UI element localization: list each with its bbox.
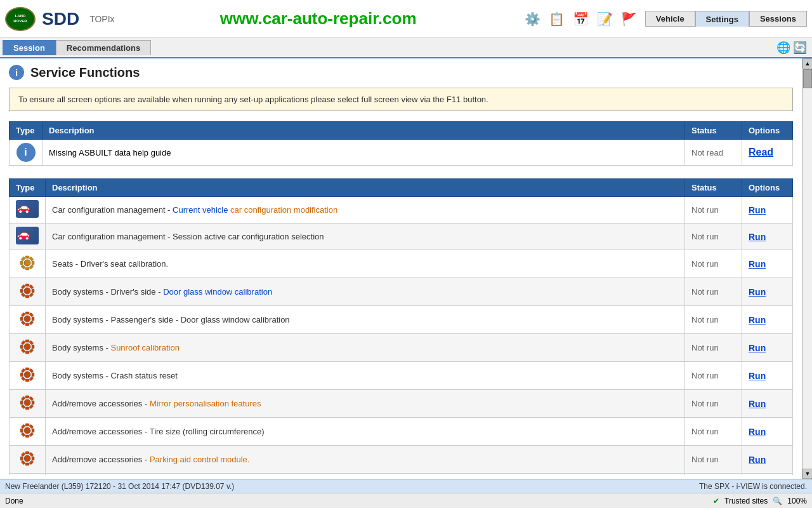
row-type-icon	[10, 306, 46, 334]
row-option[interactable]: Run	[742, 418, 793, 446]
tab-session[interactable]: Session	[3, 40, 56, 55]
run-link[interactable]: Run	[749, 399, 766, 409]
row-description: Add/remove accessories - Tire size (roll…	[46, 418, 685, 446]
notes-icon[interactable]: 📝	[594, 8, 616, 30]
svg-rect-35	[29, 340, 34, 345]
svg-point-63	[24, 455, 30, 462]
table-row: Body systems - Sunroof calibrationNot ru…	[10, 334, 793, 362]
row-description: Seats - Driver's seat calibration.	[46, 250, 685, 278]
sdd-logo: SDD	[42, 9, 79, 29]
scroll-arrow-up[interactable]: ▲	[802, 58, 812, 69]
topix-label: TOPIx	[89, 14, 114, 24]
row-description: Car configuration management - Current v…	[46, 197, 685, 224]
row-option[interactable]: Run	[742, 250, 793, 278]
row-option[interactable]: Run	[742, 362, 793, 390]
read-link[interactable]: Read	[749, 147, 773, 157]
svg-rect-65	[29, 460, 34, 465]
row-option[interactable]: Run	[742, 446, 793, 474]
svg-rect-70	[25, 451, 29, 454]
svg-rect-52	[25, 396, 29, 398]
svg-rect-29	[29, 349, 34, 353]
row-description: Body systems - Passenger's side - Door g…	[46, 306, 685, 334]
row-status: Not read	[685, 140, 742, 166]
calendar-icon[interactable]: 📅	[570, 8, 592, 30]
row-option[interactable]: Run	[742, 334, 793, 362]
svg-rect-20	[29, 321, 34, 325]
row-option[interactable]: Read	[742, 140, 793, 166]
row-status: Not run	[685, 250, 742, 278]
svg-rect-26	[29, 312, 34, 317]
svg-rect-57	[25, 435, 29, 438]
row-description: Add/remove accessories - Parking aid con…	[46, 446, 685, 474]
run-link[interactable]: Run	[749, 205, 766, 215]
svg-rect-21	[25, 323, 29, 326]
table-row: Add/remove accessories - Parking aid con…	[10, 446, 793, 474]
row-description: Body systems - Crash status reset	[46, 362, 685, 390]
row-option[interactable]: Run	[742, 224, 793, 250]
table-row: Add/remove accessories - Mirror personal…	[10, 390, 793, 418]
row-description: Car configuration management - Session a…	[46, 224, 685, 250]
svg-rect-8	[29, 257, 34, 261]
table-row: Body systems - Passenger's side - Door g…	[10, 306, 793, 334]
run-link[interactable]: Run	[749, 315, 766, 325]
run-link[interactable]: Run	[749, 455, 766, 465]
svc-col-status: Status	[685, 179, 742, 197]
tabs-bar: Session Recommendations 🌐 🔄	[0, 38, 812, 58]
svg-rect-62	[29, 424, 34, 429]
flag-icon[interactable]: 🚩	[619, 8, 640, 30]
run-link[interactable]: Run	[749, 259, 766, 269]
scroll-thumb[interactable]	[803, 69, 812, 88]
row-description: Body systems - Driver's side - Door glas…	[46, 278, 685, 306]
row-description: Body systems - Sunroof calibration	[46, 334, 685, 362]
row-type-icon	[10, 224, 46, 250]
svg-rect-40	[21, 377, 25, 381]
nav-vehicle[interactable]: Vehicle	[645, 11, 695, 27]
row-type-icon	[10, 446, 46, 474]
row-option[interactable]: Run	[742, 197, 793, 224]
scrollbar[interactable]: ▲ ▼	[802, 58, 812, 479]
info-col-options: Options	[742, 122, 793, 140]
config-icon	[16, 200, 39, 218]
svg-rect-61	[25, 424, 29, 426]
run-link[interactable]: Run	[749, 343, 766, 353]
nav-settings[interactable]: Settings	[695, 11, 749, 27]
table-row: Car configuration management - Current v…	[10, 197, 793, 224]
run-link[interactable]: Run	[749, 371, 766, 381]
tab-icon-refresh[interactable]: 🔄	[793, 41, 807, 55]
browser-bar: Done ✔ Trusted sites 🔍 100%	[0, 493, 812, 508]
notice-text: To ensure all screen options are availab…	[18, 95, 488, 104]
gear-icon[interactable]: ⚙️	[522, 8, 544, 30]
row-type-icon	[10, 474, 46, 476]
row-option[interactable]: Run	[742, 474, 793, 476]
svg-rect-71	[29, 452, 34, 457]
row-type-icon	[10, 250, 46, 278]
run-link[interactable]: Run	[749, 232, 766, 242]
row-status: Not run	[685, 362, 742, 390]
row-type-icon	[10, 362, 46, 390]
svg-rect-24	[21, 312, 25, 317]
table-row: Body systems - Driver's side - Door glas…	[10, 278, 793, 306]
info-col-status: Status	[685, 122, 742, 140]
svg-rect-66	[25, 463, 29, 465]
run-link[interactable]: Run	[749, 427, 766, 437]
run-link[interactable]: Run	[749, 287, 766, 297]
scroll-arrow-down[interactable]: ▼	[802, 469, 812, 479]
row-option[interactable]: Run	[742, 278, 793, 306]
website-title: www.car-auto-repair.com	[115, 9, 522, 29]
row-description: Add/remove accessories - Mirror personal…	[46, 390, 685, 418]
svg-rect-2	[29, 265, 34, 269]
nav-sessions[interactable]: Sessions	[749, 11, 807, 27]
row-option[interactable]: Run	[742, 390, 793, 418]
svg-rect-15	[21, 284, 25, 289]
row-description: Add/remove accessories - Trailer module	[46, 474, 685, 476]
row-option[interactable]: Run	[742, 306, 793, 334]
svg-rect-32	[20, 345, 23, 349]
svg-rect-14	[20, 289, 23, 293]
svg-rect-60	[21, 424, 25, 429]
zoom-icon: 🔍	[773, 497, 782, 505]
zoom-level: 100%	[787, 497, 807, 505]
clipboard-icon[interactable]: 📋	[546, 8, 568, 30]
row-type-icon	[10, 390, 46, 418]
tab-recommendations[interactable]: Recommendations	[56, 40, 151, 55]
nav-buttons: Vehicle Settings Sessions	[645, 11, 807, 27]
